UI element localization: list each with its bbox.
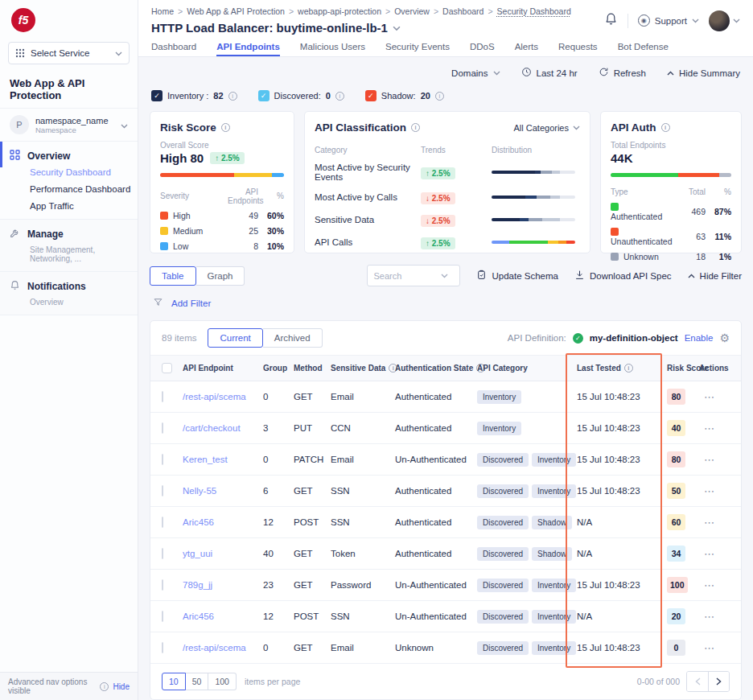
row-actions-button[interactable]: ⋯ (699, 579, 720, 591)
tab-archived[interactable]: Archived (263, 328, 323, 348)
bar-segment (542, 218, 560, 221)
tab-alerts[interactable]: Alerts (515, 39, 538, 56)
hide-nav-link[interactable]: Hide (113, 682, 130, 691)
risk-score-cell: 50 (667, 483, 699, 499)
tab-dashboard[interactable]: Dashboard (151, 39, 196, 56)
row-actions-button[interactable]: ⋯ (699, 422, 720, 434)
row-actions-button[interactable]: ⋯ (699, 611, 720, 623)
next-page-button[interactable] (708, 672, 729, 691)
endpoint-link[interactable]: Aric456 (183, 611, 263, 621)
select-service-dropdown[interactable]: Select Service (8, 42, 130, 64)
time-range-selector[interactable]: Last 24 hr (521, 67, 578, 79)
sidebar-item-security-dashboard[interactable]: Security Dashboard (30, 167, 138, 177)
distribution-bar (492, 241, 575, 244)
endpoint-link[interactable]: /rest-api/scema (183, 643, 263, 653)
endpoint-link[interactable]: Nelly-55 (183, 486, 263, 496)
search-input[interactable] (373, 271, 438, 281)
sidebar-item-performance-dashboard[interactable]: Performance Dashboard (30, 184, 138, 194)
legend-percent: 30% (258, 226, 284, 236)
row-actions-button[interactable]: ⋯ (699, 391, 720, 403)
filter-checkbox-inventory[interactable]: ✓Inventory :82i (151, 90, 237, 101)
filter-checkbox-discovered[interactable]: ✓Discovered:0i (258, 90, 344, 101)
tab-requests[interactable]: Requests (558, 39, 598, 56)
enable-button[interactable]: Enable (685, 333, 714, 343)
tab-security-events[interactable]: Security Events (385, 39, 450, 56)
all-categories-dropdown[interactable]: All Categories (514, 123, 580, 133)
breadcrumb-item[interactable]: Web App & API Protection (187, 6, 285, 16)
chevron-down-icon[interactable] (441, 274, 448, 278)
endpoint-link[interactable]: /cart/checkout (183, 423, 263, 433)
prev-page-button[interactable] (687, 672, 708, 691)
row-actions-button[interactable]: ⋯ (699, 454, 720, 466)
endpoint-link[interactable]: Keren_test (183, 455, 263, 464)
filter-label: Shadow: (381, 91, 416, 101)
row-checkbox[interactable] (162, 485, 163, 496)
download-api-spec-button[interactable]: Download API Spec (574, 270, 672, 282)
category-badges: Inventory (477, 390, 577, 404)
row-checkbox[interactable] (162, 517, 163, 528)
bar-segment (234, 173, 271, 177)
page-size-10[interactable]: 10 (162, 673, 186, 690)
tab-bot-defense[interactable]: Bot Defense (618, 39, 669, 56)
sidebar-item-notifications[interactable]: Notifications (0, 272, 138, 298)
filter-checkbox-shadow[interactable]: ✓Shadow:20i (365, 90, 444, 101)
page-size-50[interactable]: 50 (186, 673, 209, 690)
info-icon[interactable]: i (661, 123, 670, 132)
breadcrumb-item[interactable]: Home (151, 6, 174, 16)
row-checkbox[interactable] (162, 391, 163, 402)
column-header-label: Sensitive Data (331, 364, 385, 373)
hide-filter-toggle[interactable]: Hide Filter (688, 271, 742, 281)
info-icon[interactable]: i (624, 364, 633, 373)
row-checkbox[interactable] (162, 422, 163, 434)
breadcrumb-item[interactable]: Dashboard (442, 6, 483, 16)
row-checkbox[interactable] (162, 611, 163, 622)
support-menu[interactable]: ◉ Support (638, 14, 699, 27)
info-icon[interactable]: i (411, 123, 420, 132)
hide-summary-toggle[interactable]: Hide Summary (667, 68, 740, 78)
tab-malicious-users[interactable]: Malicious Users (300, 39, 365, 56)
notifications-bell-icon[interactable] (604, 12, 618, 29)
chevron-down-icon[interactable] (393, 20, 401, 35)
graph-view-button[interactable]: Graph (196, 266, 245, 286)
breadcrumb-item[interactable]: Overview (394, 6, 430, 16)
row-actions-button[interactable]: ⋯ (699, 485, 720, 497)
legend-count: 18 (675, 252, 706, 261)
row-actions-button[interactable]: ⋯ (699, 642, 720, 654)
sidebar-item-manage[interactable]: Manage (0, 220, 138, 245)
tab-ddos[interactable]: DDoS (470, 39, 495, 56)
endpoint-link[interactable]: /rest-api/scema (183, 392, 263, 401)
row-checkbox[interactable] (162, 642, 163, 653)
risk-score-badge: 0 (667, 640, 685, 656)
row-actions-button[interactable]: ⋯ (699, 548, 720, 560)
page-size-100[interactable]: 100 (208, 673, 237, 690)
breadcrumb-item[interactable]: webapp-api-protection (298, 6, 381, 16)
breadcrumb-item[interactable]: Security Dashboard (497, 6, 571, 16)
sidebar-item-app-traffic[interactable]: App Traffic (30, 201, 138, 211)
tab-api-endpoints[interactable]: API Endpoints (216, 39, 280, 56)
row-checkbox[interactable] (162, 454, 163, 465)
endpoint-link[interactable]: ytg_uui (183, 549, 263, 558)
user-menu[interactable] (709, 10, 740, 31)
bar-segment (529, 218, 543, 221)
update-schema-button[interactable]: Update Schema (476, 270, 558, 282)
severity-bar (160, 173, 284, 177)
endpoint-link[interactable]: 789g_jj (183, 580, 263, 590)
add-filter-button[interactable]: Add Filter (171, 299, 211, 308)
row-checkbox-cell (162, 392, 183, 401)
row-checkbox[interactable] (162, 579, 163, 591)
select-service-label: Select Service (31, 48, 90, 58)
row-checkbox-cell (162, 517, 183, 527)
table-view-button[interactable]: Table (150, 266, 196, 286)
row-actions-button[interactable]: ⋯ (699, 517, 720, 529)
namespace-selector[interactable]: P namespace_name Namespace (0, 108, 138, 142)
tab-current[interactable]: Current (208, 328, 262, 348)
row-checkbox[interactable] (162, 548, 163, 559)
refresh-button[interactable]: Refresh (599, 67, 646, 79)
domains-dropdown[interactable]: Domains (451, 68, 500, 78)
endpoint-link[interactable]: Aric456 (183, 517, 263, 527)
gear-icon[interactable]: ⚙ (719, 332, 730, 344)
sidebar-item-overview[interactable]: Overview (0, 142, 138, 167)
info-icon[interactable]: i (221, 123, 230, 132)
group-cell: 3 (263, 423, 294, 433)
select-all-checkbox[interactable] (162, 363, 172, 373)
